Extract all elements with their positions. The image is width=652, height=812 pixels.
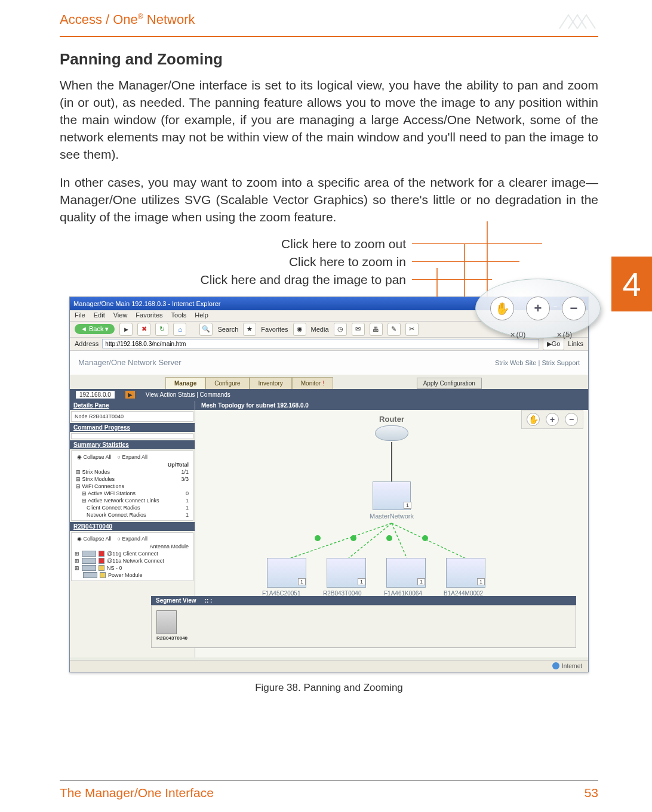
summary-stats-header: Summary Statistics — [70, 440, 195, 449]
segment-device-icon[interactable] — [156, 610, 177, 634]
annotation-block: Click here to zoom out Click here to zoo… — [60, 237, 598, 287]
module-row: ⊞ @11g Client Connect — [75, 550, 190, 557]
screenshot: Manager/One Main 192.168.0.3 - Internet … — [69, 297, 589, 672]
internet-zone-label: Internet — [562, 663, 582, 669]
subnet-ip: 192.168.0.0 — [76, 391, 115, 399]
collapse-all-radio-2[interactable]: ◉ Collapse All — [77, 536, 112, 542]
subnet-arrow-icon[interactable]: ▶ — [125, 391, 135, 399]
edit-icon[interactable]: ✎ — [387, 323, 401, 336]
window-title-bar: Manager/One Main 192.168.0.3 - Internet … — [70, 297, 588, 310]
figure-caption: Figure 38. Panning and Zooming — [60, 682, 598, 694]
expand-all-radio-2[interactable]: ○ Expand All — [118, 536, 147, 542]
menu-file[interactable]: File — [75, 311, 85, 320]
apply-configuration-button[interactable]: Apply Configuration — [417, 378, 482, 389]
links-label[interactable]: Links — [568, 340, 583, 347]
view-tools: ✋ + − — [521, 410, 583, 429]
annot-pan: Click here and drag the image to pan — [60, 273, 412, 287]
minimize-button[interactable]: _ — [550, 299, 561, 308]
collapse-all-radio[interactable]: ◉ Collapse All — [77, 454, 112, 460]
stat-row: Network Connect Radios1 — [75, 511, 190, 518]
menu-view[interactable]: View — [113, 311, 128, 320]
zoom-in-icon[interactable]: + — [546, 413, 559, 426]
node-badge: 1 — [298, 578, 306, 585]
stat-row: ⊞ Active Network Connect Links1 — [75, 497, 190, 504]
module-row: Power Module — [75, 572, 190, 579]
search-label[interactable]: Search — [217, 326, 238, 333]
menu-tools[interactable]: Tools — [171, 311, 187, 320]
tab-manage[interactable]: Manage — [165, 377, 205, 389]
media-label[interactable]: Media — [311, 326, 329, 333]
search-icon[interactable]: 🔍 — [199, 323, 213, 336]
forward-button[interactable]: ► — [119, 323, 133, 336]
sub-nav: 192.168.0.0 ▶ View Action Status | Comma… — [70, 389, 588, 401]
tab-configure[interactable]: Configure — [205, 377, 249, 389]
maximize-button[interactable]: ▢ — [562, 299, 573, 308]
node-badge: 1 — [417, 578, 425, 585]
svg-line-7 — [288, 523, 392, 559]
menu-edit[interactable]: Edit — [94, 311, 105, 320]
mail-icon[interactable]: ✉ — [352, 323, 365, 336]
up-total-header: Up/Total — [75, 461, 190, 468]
svg-line-8 — [347, 523, 392, 559]
app-brand: Manager/One Network Server — [78, 358, 182, 367]
module-row: ⊞ NS - 0 — [75, 564, 190, 572]
svg-line-9 — [392, 523, 407, 559]
app-header: Manager/One Network Server Strix Web Sit… — [70, 351, 588, 375]
menu-help[interactable]: Help — [195, 311, 208, 320]
refresh-button[interactable]: ↻ — [155, 323, 168, 336]
page-number: 53 — [585, 786, 598, 800]
menu-favorites[interactable]: Favorites — [136, 311, 162, 320]
stop-button[interactable]: ✖ — [137, 323, 150, 336]
brand-mark — [556, 12, 598, 32]
stat-row: ⊞ Active WiFi Stations0 — [75, 490, 190, 497]
media-icon[interactable]: ◉ — [293, 323, 306, 336]
app-header-links[interactable]: Strix Web Site | Strix Support — [495, 359, 580, 366]
segment-dots[interactable]: :: : — [205, 597, 213, 604]
router-icon[interactable] — [375, 425, 408, 441]
status-bar: Internet — [70, 660, 588, 672]
menu-bar[interactable]: File Edit View Favorites Tools Help — [70, 310, 588, 321]
segment-view-label: Segment View — [156, 597, 196, 604]
zoom-out-icon[interactable]: − — [565, 413, 578, 426]
module-row: ⊞ @11a Network Connect — [75, 557, 190, 564]
main-tabs: Manage Configure Inventory Monitor ! App… — [70, 375, 588, 389]
tab-monitor[interactable]: Monitor ! — [292, 377, 333, 389]
address-label: Address — [75, 340, 99, 347]
sub-nav-links[interactable]: View Action Status | Commands — [146, 391, 230, 398]
go-button[interactable]: ▶ Go — [543, 337, 565, 350]
url-input[interactable] — [102, 339, 539, 348]
master-badge: 1 — [404, 502, 411, 509]
node-modules-header: R2B043T0040 — [70, 522, 195, 531]
chapter-tab: 4 — [611, 257, 652, 311]
doc-header: Access / One® Network — [60, 12, 195, 27]
link-dot — [386, 535, 392, 541]
antenna-header: Antenna Module — [75, 543, 190, 550]
link-dot — [315, 535, 321, 541]
stat-row: ⊞ Strix Nodes1/1 — [75, 468, 190, 476]
favorites-icon[interactable]: ★ — [243, 323, 256, 336]
internet-zone-icon — [552, 662, 559, 669]
history-icon[interactable]: ◷ — [334, 323, 347, 336]
expand-all-radio[interactable]: ○ Expand All — [118, 454, 147, 460]
home-button[interactable]: ⌂ — [173, 323, 186, 336]
link-dot — [350, 535, 356, 541]
print-icon[interactable]: 🖶 — [370, 323, 383, 336]
pan-tool-icon[interactable]: ✋ — [527, 413, 540, 426]
annot-zoom-in: Click here to zoom in — [60, 255, 412, 269]
svg-line-10 — [392, 523, 467, 559]
segment-view: Segment View:: : R2B043T0040 — [151, 596, 576, 648]
node-badge: 1 — [358, 578, 365, 585]
extra-icon[interactable]: ✂ — [405, 323, 419, 336]
section-title: Panning and Zooming — [60, 50, 598, 69]
footer-section: The Manager/One Interface — [60, 786, 214, 800]
details-pane-header: Details Pane — [70, 401, 195, 410]
footer-rule — [60, 780, 598, 781]
header-rule — [60, 36, 598, 37]
master-network-label: MasterNetwork — [370, 512, 414, 520]
close-button[interactable]: ✕ — [574, 299, 585, 308]
favorites-label[interactable]: Favorites — [261, 326, 288, 333]
tab-inventory[interactable]: Inventory — [250, 377, 292, 389]
paragraph-1: When the Manager/One interface is set to… — [60, 77, 598, 163]
stat-row: ⊟ WiFi Connections — [75, 483, 190, 490]
back-button[interactable]: ◄ Back ▾ — [75, 324, 115, 334]
